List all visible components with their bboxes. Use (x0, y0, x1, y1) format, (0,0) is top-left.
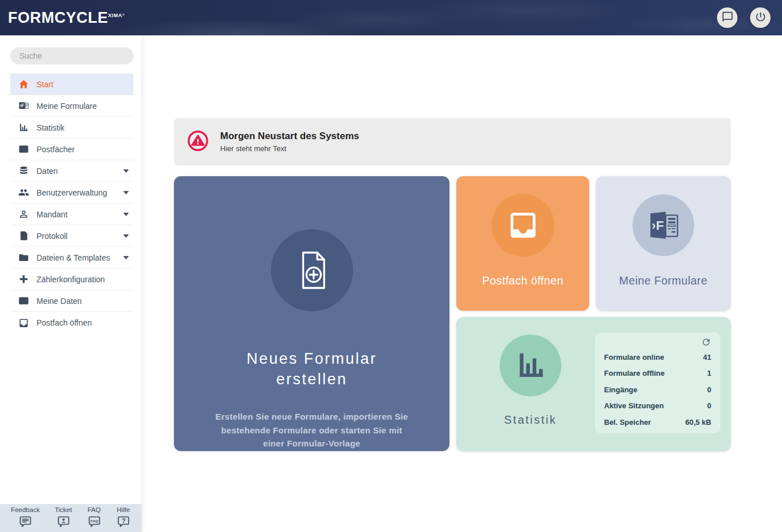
alert-texts: Morgen Neustart des Systems Hier steht m… (220, 131, 359, 153)
chevron-down-icon (123, 256, 129, 259)
chevron-down-icon (123, 191, 129, 194)
svg-text:FAQ: FAQ (91, 518, 98, 522)
faq-button[interactable]: FAQ FAQ (87, 507, 102, 530)
chevron-down-icon (123, 234, 129, 238)
svg-text:›F: ›F (651, 218, 664, 233)
person-icon (18, 209, 29, 220)
sidebar-item-label: Mandant (37, 210, 67, 219)
statistics-panel: Formulare online 41 Formulare offline 1 … (595, 332, 720, 433)
sidebar-item-label: Protokoll (37, 232, 67, 241)
inbox-icon (18, 317, 29, 328)
logo-text: FORMCYCLE (8, 9, 108, 26)
sidebar-item-mandant[interactable]: Mandant (10, 204, 133, 225)
formcycle-app: FORMCYCLEXIMA° Start (0, 0, 782, 532)
plus-icon (18, 274, 29, 285)
formcycle-logo: FORMCYCLEXIMA° (8, 9, 125, 27)
bar-chart-icon (18, 122, 29, 133)
sidebar-item-label: Postfach öffnen (37, 318, 92, 327)
create-form-title: Neues Formular erstellen (218, 349, 406, 389)
help-bubble-icon: ? (116, 515, 131, 530)
sidebar-item-label: Meine Formulare (37, 101, 97, 111)
sidebar-item-meine-formulare[interactable]: ›F Meine Formulare (10, 95, 133, 117)
ticket-label: Ticket (55, 507, 72, 514)
stat-value: 1 (707, 369, 711, 377)
inbox-icon (507, 209, 540, 242)
stat-value: 0 (707, 385, 711, 394)
alert-title: Morgen Neustart des Systems (220, 131, 359, 142)
ticket-bubble-icon (56, 515, 71, 530)
faq-bubble-icon: FAQ (87, 515, 102, 530)
comment-icon (722, 11, 734, 25)
search-input[interactable] (10, 47, 133, 64)
statistics-card[interactable]: Statistik Formulare online 41 Formulare … (456, 317, 731, 451)
sidebar-item-label: Benutzerverwaltung (37, 188, 107, 197)
sidebar-item-label: Start (37, 80, 54, 89)
open-inbox-label: Postfach öffnen (456, 274, 589, 287)
create-form-circle (271, 229, 353, 311)
search-wrap (0, 35, 141, 74)
my-forms-label: Meine Formulare (596, 274, 731, 287)
help-button[interactable]: Hilfe ? (116, 507, 131, 530)
sidebar-item-label: Dateien & Templates (37, 253, 110, 262)
statistics-label: Statistik (500, 413, 561, 427)
home-icon (18, 79, 29, 90)
faq-label: FAQ (87, 507, 100, 514)
sidebar-item-label: Meine Daten (37, 297, 82, 306)
feedback-bubble-icon (18, 515, 33, 530)
sidebar-item-meine-daten[interactable]: Meine Daten (10, 290, 133, 312)
stat-row-bel-speicher: Bel. Speicher 60,5 kB (604, 414, 711, 431)
refresh-icon (701, 340, 711, 349)
sidebar-item-daten[interactable]: Daten (10, 160, 133, 182)
sidebar-item-postfach-oeffnen[interactable]: Postfach öffnen (10, 312, 133, 334)
stat-row-formulare-offline: Formulare offline 1 (604, 366, 711, 382)
sidebar-item-label: Daten (37, 166, 58, 176)
chevron-down-icon (123, 213, 129, 216)
sidebar-nav: Start ›F Meine Formulare Statistik Postf… (10, 74, 133, 334)
formcycle-icon: ›F (646, 210, 681, 241)
stat-label: Aktive Sitzungen (604, 401, 664, 410)
stat-value: 60,5 kB (685, 418, 711, 427)
sidebar-footer: Feedback Ticket FAQ FAQ Hilfe (0, 504, 141, 532)
stat-value: 0 (707, 401, 711, 410)
ticket-button[interactable]: Ticket (55, 507, 72, 530)
stat-label: Formulare offline (604, 369, 665, 377)
open-inbox-card[interactable]: Postfach öffnen (456, 176, 589, 311)
stat-value: 41 (703, 353, 711, 362)
document-icon (18, 230, 29, 242)
sidebar-item-postfaecher[interactable]: Postfächer (10, 139, 133, 160)
chevron-down-icon (123, 169, 129, 173)
sidebar-item-statistik[interactable]: Statistik (10, 117, 133, 139)
main-content: Morgen Neustart des Systems Hier steht m… (141, 35, 782, 532)
database-icon (18, 165, 29, 177)
stat-row-aktive-sitzungen: Aktive Sitzungen 0 (604, 398, 711, 415)
sidebar-item-protokoll[interactable]: Protokoll (10, 225, 133, 247)
app-header: FORMCYCLEXIMA° (0, 0, 782, 35)
sidebar-item-label: Zählerkonfiguration (37, 275, 105, 284)
logout-button[interactable] (750, 7, 771, 28)
create-form-card[interactable]: Neues Formular erstellen Erstellen Sie n… (174, 176, 449, 451)
refresh-button[interactable] (701, 336, 711, 349)
comment-button[interactable] (717, 7, 738, 28)
header-actions (717, 7, 771, 28)
svg-text:?: ? (122, 517, 125, 523)
svg-text:›F: ›F (19, 103, 24, 108)
feedback-button[interactable]: Feedback (11, 507, 40, 530)
my-forms-card[interactable]: ›F Meine Formulare (596, 176, 731, 311)
folder-icon (18, 252, 29, 263)
help-label: Hilfe (117, 507, 130, 514)
stat-row-formulare-online: Formulare online 41 (604, 349, 711, 366)
mail-icon (18, 144, 29, 155)
id-card-icon (18, 295, 29, 307)
sidebar-item-benutzerverwaltung[interactable]: Benutzerverwaltung (10, 182, 133, 204)
sidebar-item-start[interactable]: Start (10, 74, 133, 95)
stat-label: Formulare online (604, 353, 664, 362)
feedback-label: Feedback (11, 507, 40, 514)
new-document-icon (294, 249, 330, 291)
system-alert-banner: Morgen Neustart des Systems Hier steht m… (174, 118, 731, 165)
sidebar-item-label: Postfächer (37, 145, 75, 154)
power-icon (755, 11, 767, 25)
sidebar-item-dateien-templates[interactable]: Dateien & Templates (10, 247, 133, 269)
sidebar-item-label: Statistik (37, 123, 64, 132)
sidebar-item-zaehlerkonfiguration[interactable]: Zählerkonfiguration (10, 269, 133, 290)
alert-icon (187, 129, 209, 155)
